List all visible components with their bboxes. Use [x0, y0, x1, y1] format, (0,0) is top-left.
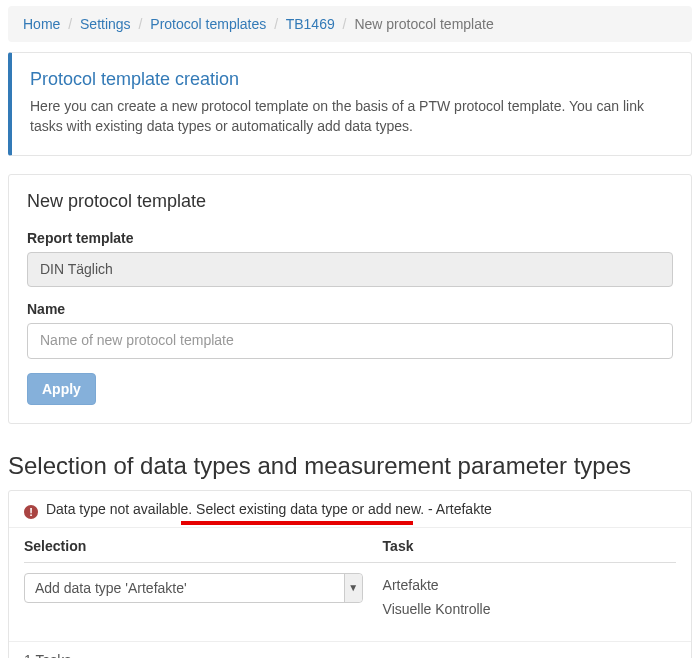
callout-text: Here you can create a new protocol templ…: [30, 96, 673, 137]
datatype-row: Add data type 'Artefakte' ▼ Artefakte Vi…: [9, 563, 691, 641]
crumb-current: New protocol template: [354, 16, 493, 32]
crumb-sep: /: [339, 16, 351, 32]
alert-text: Data type not available. Select existing…: [46, 501, 492, 517]
name-field[interactable]: [27, 323, 673, 359]
section-title: Selection of data types and measurement …: [8, 452, 692, 480]
crumb-home[interactable]: Home: [23, 16, 60, 32]
crumb-protocol-templates[interactable]: Protocol templates: [150, 16, 266, 32]
error-icon: !: [24, 505, 38, 519]
apply-button[interactable]: Apply: [27, 373, 96, 405]
crumb-settings[interactable]: Settings: [80, 16, 131, 32]
highlight-underline: [181, 521, 413, 525]
report-template-field: [27, 252, 673, 288]
crumb-sep: /: [64, 16, 76, 32]
datatypes-panel: ! Data type not available. Select existi…: [8, 490, 692, 658]
name-label: Name: [27, 301, 673, 317]
info-callout: Protocol template creation Here you can …: [8, 52, 692, 156]
col-header-task: Task: [383, 538, 676, 563]
new-template-form: New protocol template Report template Na…: [8, 174, 692, 424]
crumb-tb1469[interactable]: TB1469: [286, 16, 335, 32]
col-header-selection: Selection: [24, 538, 383, 563]
datatype-alert: ! Data type not available. Select existi…: [9, 491, 691, 527]
report-template-label: Report template: [27, 230, 673, 246]
callout-title: Protocol template creation: [30, 69, 673, 90]
datatype-footer: 1 Tasks: [9, 641, 691, 658]
task-item: Visuelle Kontrolle: [383, 597, 676, 621]
task-list: Artefakte Visuelle Kontrolle: [383, 573, 676, 621]
form-heading: New protocol template: [27, 191, 673, 212]
breadcrumb: Home / Settings / Protocol templates / T…: [8, 6, 692, 42]
datatype-table-header: Selection Task: [9, 527, 691, 563]
crumb-sep: /: [270, 16, 282, 32]
crumb-sep: /: [135, 16, 147, 32]
datatype-select[interactable]: Add data type 'Artefakte': [24, 573, 363, 603]
task-item: Artefakte: [383, 573, 676, 597]
